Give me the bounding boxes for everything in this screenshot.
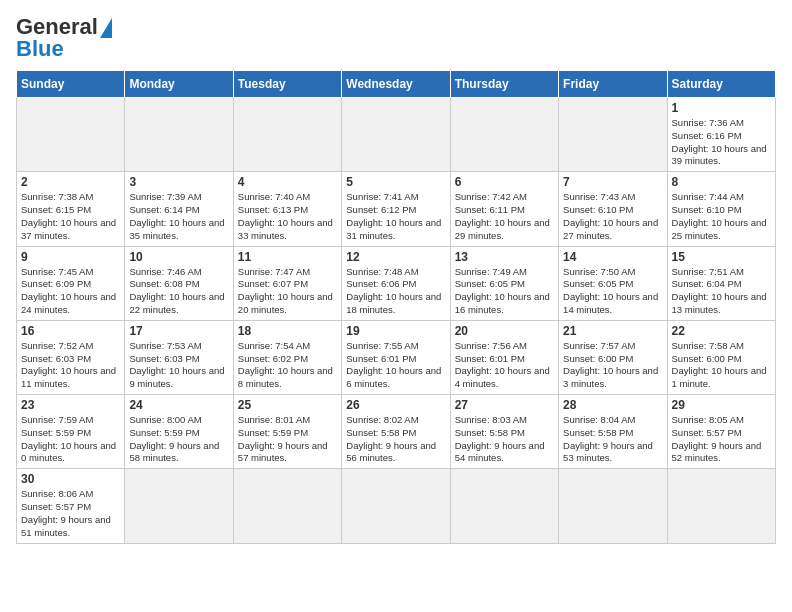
day-info: Sunrise: 7:40 AMSunset: 6:13 PMDaylight:… [238,191,337,242]
day-info: Sunrise: 8:00 AMSunset: 5:59 PMDaylight:… [129,414,228,465]
day-number: 17 [129,324,228,338]
calendar-cell-4-1: 24Sunrise: 8:00 AMSunset: 5:59 PMDayligh… [125,395,233,469]
day-number: 18 [238,324,337,338]
calendar-cell-3-6: 22Sunrise: 7:58 AMSunset: 6:00 PMDayligh… [667,320,775,394]
weekday-header-wednesday: Wednesday [342,71,450,98]
logo-area: General Blue [16,16,112,60]
calendar-cell-4-2: 25Sunrise: 8:01 AMSunset: 5:59 PMDayligh… [233,395,341,469]
day-info: Sunrise: 7:55 AMSunset: 6:01 PMDaylight:… [346,340,445,391]
day-info: Sunrise: 7:54 AMSunset: 6:02 PMDaylight:… [238,340,337,391]
day-number: 10 [129,250,228,264]
calendar-cell-3-0: 16Sunrise: 7:52 AMSunset: 6:03 PMDayligh… [17,320,125,394]
weekday-header-friday: Friday [559,71,667,98]
calendar-cell-4-4: 27Sunrise: 8:03 AMSunset: 5:58 PMDayligh… [450,395,558,469]
day-info: Sunrise: 7:48 AMSunset: 6:06 PMDaylight:… [346,266,445,317]
day-info: Sunrise: 7:53 AMSunset: 6:03 PMDaylight:… [129,340,228,391]
day-number: 19 [346,324,445,338]
day-info: Sunrise: 7:51 AMSunset: 6:04 PMDaylight:… [672,266,771,317]
calendar-cell-5-1 [125,469,233,543]
day-number: 15 [672,250,771,264]
calendar-cell-5-0: 30Sunrise: 8:06 AMSunset: 5:57 PMDayligh… [17,469,125,543]
day-info: Sunrise: 7:39 AMSunset: 6:14 PMDaylight:… [129,191,228,242]
day-number: 8 [672,175,771,189]
day-number: 23 [21,398,120,412]
weekday-header-saturday: Saturday [667,71,775,98]
day-info: Sunrise: 7:38 AMSunset: 6:15 PMDaylight:… [21,191,120,242]
day-info: Sunrise: 7:36 AMSunset: 6:16 PMDaylight:… [672,117,771,168]
calendar-cell-1-3: 5Sunrise: 7:41 AMSunset: 6:12 PMDaylight… [342,172,450,246]
day-number: 9 [21,250,120,264]
day-info: Sunrise: 7:42 AMSunset: 6:11 PMDaylight:… [455,191,554,242]
calendar-cell-5-5 [559,469,667,543]
day-info: Sunrise: 7:52 AMSunset: 6:03 PMDaylight:… [21,340,120,391]
day-number: 28 [563,398,662,412]
day-info: Sunrise: 7:46 AMSunset: 6:08 PMDaylight:… [129,266,228,317]
day-number: 14 [563,250,662,264]
day-info: Sunrise: 7:49 AMSunset: 6:05 PMDaylight:… [455,266,554,317]
day-number: 4 [238,175,337,189]
day-info: Sunrise: 7:44 AMSunset: 6:10 PMDaylight:… [672,191,771,242]
day-info: Sunrise: 8:06 AMSunset: 5:57 PMDaylight:… [21,488,120,539]
calendar-cell-1-4: 6Sunrise: 7:42 AMSunset: 6:11 PMDaylight… [450,172,558,246]
calendar-cell-4-6: 29Sunrise: 8:05 AMSunset: 5:57 PMDayligh… [667,395,775,469]
day-info: Sunrise: 7:47 AMSunset: 6:07 PMDaylight:… [238,266,337,317]
calendar-cell-5-4 [450,469,558,543]
day-number: 22 [672,324,771,338]
day-number: 13 [455,250,554,264]
calendar-cell-0-3 [342,98,450,172]
calendar-cell-0-5 [559,98,667,172]
calendar-cell-1-5: 7Sunrise: 7:43 AMSunset: 6:10 PMDaylight… [559,172,667,246]
weekday-header-thursday: Thursday [450,71,558,98]
day-number: 29 [672,398,771,412]
calendar-cell-0-2 [233,98,341,172]
day-number: 20 [455,324,554,338]
calendar-cell-4-5: 28Sunrise: 8:04 AMSunset: 5:58 PMDayligh… [559,395,667,469]
day-info: Sunrise: 8:05 AMSunset: 5:57 PMDaylight:… [672,414,771,465]
header: General Blue [16,16,776,60]
calendar-cell-2-5: 14Sunrise: 7:50 AMSunset: 6:05 PMDayligh… [559,246,667,320]
calendar-cell-5-3 [342,469,450,543]
day-info: Sunrise: 7:45 AMSunset: 6:09 PMDaylight:… [21,266,120,317]
day-number: 27 [455,398,554,412]
day-number: 2 [21,175,120,189]
calendar-cell-0-0 [17,98,125,172]
day-number: 6 [455,175,554,189]
day-number: 26 [346,398,445,412]
weekday-header-tuesday: Tuesday [233,71,341,98]
day-number: 30 [21,472,120,486]
calendar-cell-0-1 [125,98,233,172]
day-info: Sunrise: 7:57 AMSunset: 6:00 PMDaylight:… [563,340,662,391]
weekday-header-monday: Monday [125,71,233,98]
day-number: 25 [238,398,337,412]
day-number: 21 [563,324,662,338]
calendar-cell-3-4: 20Sunrise: 7:56 AMSunset: 6:01 PMDayligh… [450,320,558,394]
day-number: 3 [129,175,228,189]
day-info: Sunrise: 7:43 AMSunset: 6:10 PMDaylight:… [563,191,662,242]
calendar-cell-5-2 [233,469,341,543]
calendar-cell-0-4 [450,98,558,172]
weekday-header-sunday: Sunday [17,71,125,98]
calendar-cell-3-5: 21Sunrise: 7:57 AMSunset: 6:00 PMDayligh… [559,320,667,394]
calendar-cell-1-2: 4Sunrise: 7:40 AMSunset: 6:13 PMDaylight… [233,172,341,246]
calendar-cell-2-6: 15Sunrise: 7:51 AMSunset: 6:04 PMDayligh… [667,246,775,320]
day-info: Sunrise: 8:04 AMSunset: 5:58 PMDaylight:… [563,414,662,465]
day-info: Sunrise: 7:59 AMSunset: 5:59 PMDaylight:… [21,414,120,465]
day-number: 1 [672,101,771,115]
calendar-cell-2-3: 12Sunrise: 7:48 AMSunset: 6:06 PMDayligh… [342,246,450,320]
day-info: Sunrise: 7:41 AMSunset: 6:12 PMDaylight:… [346,191,445,242]
day-number: 12 [346,250,445,264]
calendar-cell-5-6 [667,469,775,543]
day-number: 16 [21,324,120,338]
day-number: 24 [129,398,228,412]
day-info: Sunrise: 8:03 AMSunset: 5:58 PMDaylight:… [455,414,554,465]
day-number: 5 [346,175,445,189]
calendar-cell-2-2: 11Sunrise: 7:47 AMSunset: 6:07 PMDayligh… [233,246,341,320]
calendar-cell-4-3: 26Sunrise: 8:02 AMSunset: 5:58 PMDayligh… [342,395,450,469]
day-info: Sunrise: 7:56 AMSunset: 6:01 PMDaylight:… [455,340,554,391]
day-number: 11 [238,250,337,264]
calendar-cell-1-6: 8Sunrise: 7:44 AMSunset: 6:10 PMDaylight… [667,172,775,246]
calendar-cell-3-2: 18Sunrise: 7:54 AMSunset: 6:02 PMDayligh… [233,320,341,394]
day-info: Sunrise: 8:02 AMSunset: 5:58 PMDaylight:… [346,414,445,465]
day-info: Sunrise: 8:01 AMSunset: 5:59 PMDaylight:… [238,414,337,465]
calendar-cell-2-4: 13Sunrise: 7:49 AMSunset: 6:05 PMDayligh… [450,246,558,320]
